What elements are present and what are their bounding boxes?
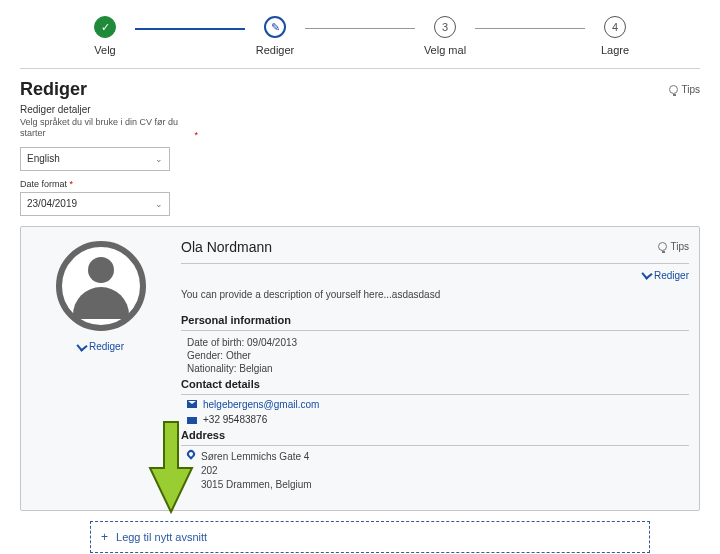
nationality-value: Belgian (239, 363, 272, 374)
step-connector (305, 28, 415, 29)
lightbulb-icon (669, 85, 678, 94)
section-title-address: Address (181, 429, 689, 446)
nationality-label: Nationality: (187, 363, 236, 374)
dob-label: Date of birth: (187, 337, 244, 348)
step-connector (135, 28, 245, 30)
lightbulb-icon (658, 242, 667, 251)
step-label-rediger: Rediger (256, 44, 295, 56)
add-section-label: Legg til nytt avsnitt (116, 531, 207, 543)
profile-edit-label: Rediger (654, 270, 689, 281)
date-format-select[interactable]: 23/04/2019 ⌄ (20, 192, 170, 216)
avatar[interactable] (56, 241, 146, 331)
tips-label: Tips (681, 84, 700, 95)
date-format-value: 23/04/2019 (27, 198, 77, 209)
profile-edit-link[interactable]: Rediger (181, 270, 689, 281)
chevron-down-icon: ⌄ (155, 199, 163, 209)
plus-icon: + (101, 530, 108, 544)
language-hint: Velg språket du vil bruke i din CV før d… (20, 117, 190, 139)
mail-icon (187, 400, 197, 408)
address-line3: 3015 Drammen, Belgium (201, 478, 312, 492)
profile-description: You can provide a description of yoursel… (181, 289, 689, 300)
avatar-edit-link[interactable]: Rediger (78, 341, 124, 352)
stepper: ✓ Velg ✎ Rediger 3 Velg mal 4 Lagre (20, 16, 700, 56)
pin-icon (185, 448, 196, 459)
step-velg[interactable]: ✓ (94, 16, 116, 38)
step-lagre[interactable]: 4 (604, 16, 626, 38)
address-line2: 202 (201, 464, 312, 478)
avatar-edit-label: Rediger (89, 341, 124, 352)
tips-link-profile[interactable]: Tips (658, 241, 689, 252)
section-title-personal: Personal information (181, 314, 689, 331)
tips-label: Tips (670, 241, 689, 252)
step-rediger[interactable]: ✎ (264, 16, 286, 38)
date-format-label: Date format * (20, 179, 700, 189)
divider (20, 68, 700, 69)
step-connector (475, 28, 585, 29)
subhead: Rediger detaljer (20, 104, 700, 115)
step-label-velg: Velg (94, 44, 115, 56)
step-label-lagre: Lagre (601, 44, 629, 56)
profile-card: Rediger Ola Nordmann Tips Rediger You ca… (20, 226, 700, 511)
pencil-icon (76, 340, 87, 351)
gender-value: Other (226, 350, 251, 361)
gender-label: Gender: (187, 350, 223, 361)
address-line1: Søren Lemmichs Gate 4 (201, 450, 312, 464)
pencil-icon (641, 268, 652, 279)
tips-link-page[interactable]: Tips (669, 84, 700, 95)
avatar-placeholder-icon (88, 257, 114, 283)
avatar-placeholder-icon (73, 287, 129, 319)
language-value: English (27, 153, 60, 164)
phone-icon (187, 414, 197, 424)
dob-value: 09/04/2013 (247, 337, 297, 348)
language-select[interactable]: English ⌄ (20, 147, 170, 171)
step-label-velg-mal: Velg mal (424, 44, 466, 56)
phone-value: +32 95483876 (203, 414, 267, 425)
section-title-contact: Contact details (181, 378, 689, 395)
profile-name: Ola Nordmann (181, 239, 272, 255)
email-link[interactable]: helgebergens@gmail.com (203, 399, 319, 410)
page-title: Rediger (20, 79, 87, 100)
step-velg-mal[interactable]: 3 (434, 16, 456, 38)
chevron-down-icon: ⌄ (155, 154, 163, 164)
add-section-button[interactable]: + Legg til nytt avsnitt (90, 521, 650, 553)
